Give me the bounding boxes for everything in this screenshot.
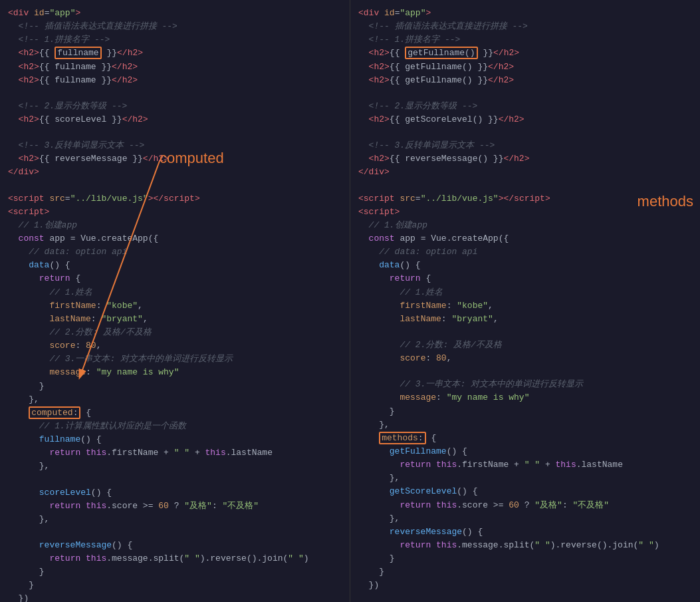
- code-line: <h2>{{ scoreLevel }}</h2>: [8, 113, 342, 126]
- code-line: // 1.创建app: [358, 219, 692, 232]
- code-line: <h2>{{ reverseMessage() }}</h2>: [358, 152, 692, 166]
- code-line: getScoreLevel() {: [358, 485, 692, 498]
- code-line: }: [8, 579, 342, 592]
- code-line: // 1.创建app: [8, 219, 342, 232]
- code-line: },: [358, 472, 692, 485]
- code-line: scoreLevel() {: [8, 486, 342, 500]
- right-pane: <div id="app"> <!-- 插值语法表达式直接进行拼接 --> <!…: [350, 0, 700, 602]
- code-line: score: 80,: [8, 339, 342, 353]
- code-line: firstName: "kobe",: [8, 299, 342, 313]
- code-line: <!-- 3.反转单词显示文本 -->: [358, 139, 692, 152]
- code-line: <h2>{{ getFullname() }}</h2>: [358, 61, 692, 74]
- code-line: <!-- 插值语法表达式直接进行拼接 -->: [8, 20, 342, 33]
- code-line: lastName: "bryant",: [358, 313, 692, 326]
- code-line: }): [358, 579, 692, 592]
- code-line: // 1.姓名: [8, 286, 342, 299]
- code-line: <!-- 插值语法表达式直接进行拼接 -->: [358, 20, 692, 33]
- code-line: // 1.姓名: [358, 286, 692, 299]
- code-line: return {: [8, 272, 342, 285]
- code-line: }: [358, 552, 692, 565]
- code-line: <h2>{{ fullname }}</h2>: [8, 61, 342, 74]
- code-line: <script src="../lib/vue.js"></script>: [8, 192, 342, 206]
- code-line: },: [8, 513, 342, 526]
- code-line: <!-- 2.显示分数等级 -->: [358, 100, 692, 113]
- code-line: return this.message.split(" ").reverse()…: [8, 552, 342, 565]
- code-line: <h2>{{ getFullname() }}</h2>: [358, 74, 692, 87]
- code-line: }: [8, 380, 342, 393]
- code-line: return this.message.split(" ").reverse()…: [358, 539, 692, 552]
- code-line: // data: option api: [8, 245, 342, 259]
- code-line: // 1.计算属性默认对应的是一个函数: [8, 420, 342, 433]
- code-line: lastName: "bryant",: [8, 313, 342, 326]
- computed-label: computed: [160, 150, 224, 167]
- code-line: // 2.分数: 及格/不及格: [358, 339, 692, 352]
- code-line: data() {: [8, 259, 342, 272]
- code-line: <!-- 1.拼接名字 -->: [8, 33, 342, 47]
- code-line: },: [8, 460, 342, 473]
- code-line: return this.firstName + " " + this.lastN…: [8, 446, 342, 460]
- code-line: <script>: [8, 206, 342, 219]
- code-line: methods: {: [358, 432, 692, 445]
- code-line: // 3.一串文本: 对文本中的单词进行反转显示: [358, 378, 692, 391]
- code-line: message: "my name is why": [8, 366, 342, 379]
- code-line: // 3.一串文本: 对文本中的单词进行反转显示: [8, 353, 342, 366]
- code-line: return {: [358, 272, 692, 285]
- code-line: }: [358, 405, 692, 418]
- code-line: // data: option api: [358, 245, 692, 259]
- code-line: fullname() {: [8, 433, 342, 446]
- code-line: message: "my name is why": [358, 391, 692, 404]
- code-line: <!-- 2.显示分数等级 -->: [8, 100, 342, 113]
- code-line: </div>: [358, 166, 692, 179]
- code-line: },: [358, 418, 692, 432]
- methods-label: methods: [638, 193, 693, 210]
- code-line: <div id="app">: [8, 7, 342, 20]
- left-pane: <div id="app"> <!-- 插值语法表达式直接进行拼接 --> <!…: [0, 0, 350, 602]
- code-line: return this.firstName + " " + this.lastN…: [358, 458, 692, 472]
- code-line: score: 80,: [358, 352, 692, 365]
- code-line: reverseMessage() {: [358, 526, 692, 539]
- code-line: <div id="app">: [358, 7, 692, 20]
- code-line: <h2>{{ getScoreLevel() }}</h2>: [358, 113, 692, 126]
- code-line: <h2>{{ fullname }}</h2>: [8, 74, 342, 87]
- code-line: <!-- 1.拼接名字 -->: [358, 33, 692, 47]
- code-line: // 2.分数: 及格/不及格: [8, 326, 342, 339]
- code-line: }: [358, 565, 692, 579]
- code-line: return this.score >= 60 ? "及格": "不及格": [8, 500, 342, 513]
- code-line: computed: {: [8, 406, 342, 420]
- code-line: firstName: "kobe",: [358, 299, 692, 313]
- code-line: data() {: [358, 259, 692, 272]
- code-line: const app = Vue.createApp({: [358, 232, 692, 245]
- code-line: reverseMessage() {: [8, 539, 342, 552]
- code-line: },: [8, 393, 342, 406]
- code-line: <h2>{{ getFullname() }}</h2>: [358, 47, 692, 60]
- code-line: <h2>{{ fullname }}</h2>: [8, 47, 342, 60]
- code-line: },: [358, 512, 692, 526]
- code-line: const app = Vue.createApp({: [8, 232, 342, 245]
- code-line: getFullname() {: [358, 445, 692, 458]
- code-line: }): [8, 592, 342, 602]
- code-line: </div>: [8, 166, 342, 179]
- code-line: }: [8, 565, 342, 579]
- code-line: return this.score >= 60 ? "及格": "不及格": [358, 499, 692, 512]
